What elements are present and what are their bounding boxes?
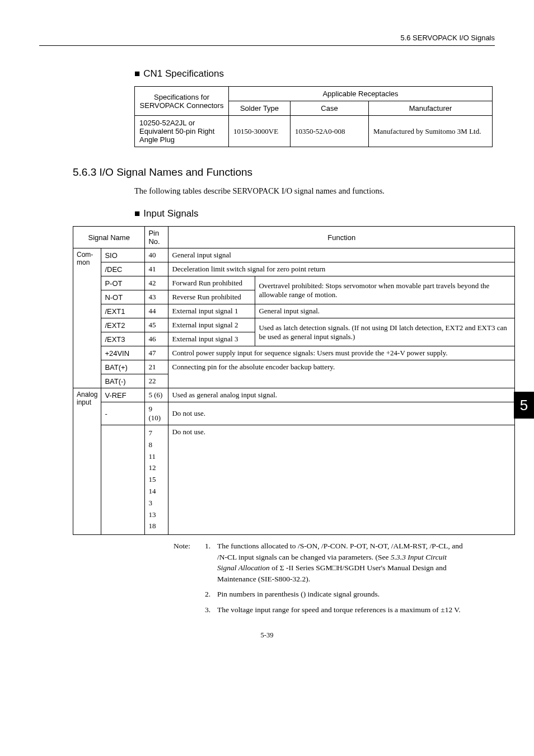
table-cell: 9 (10) (145, 402, 168, 425)
spec-cell: 10350-52A0-008 (291, 116, 369, 147)
para-following: The following tables describe SERVOPACK … (134, 186, 495, 196)
table-cell: 47 (145, 346, 168, 360)
spec-h-connectors: Specifications for SERVOPACK Connectors (135, 87, 229, 116)
table-cell: 42 (145, 276, 168, 290)
table-cell: +24VIN (101, 346, 145, 360)
table-cell: V-REF (101, 388, 145, 402)
heading-input-signals-text: Input Signals (143, 208, 198, 219)
table-cell: Used as latch detection signals. (If not… (255, 318, 515, 346)
table-cell: 43 (145, 290, 168, 304)
heading-input-signals: ■Input Signals (134, 208, 495, 219)
table-cell: External input signal 1 (168, 304, 255, 318)
page-header-right: 5.6 SERVOPACK I/O Signals (39, 34, 495, 42)
table-cell (101, 425, 145, 535)
table-cell: 7 8 11 12 15 14 3 13 18 (145, 425, 168, 535)
spec-table: Specifications for SERVOPACK Connectors … (134, 86, 493, 147)
table-cell: Control power supply input for sequence … (168, 346, 515, 360)
table-cell: /EXT2 (101, 318, 145, 332)
table-cell: BAT(+) (101, 360, 145, 374)
table-cell: Overtravel prohibited: Stops servomotor … (255, 276, 515, 304)
note-lead: Note: (174, 541, 205, 584)
table-cell: BAT(-) (101, 374, 145, 388)
table-cell: 41 (145, 262, 168, 276)
note-text: The functions allocated to /S-ON, /P-CON… (217, 541, 465, 584)
table-cell: General input signal. (255, 304, 515, 318)
io-cat-common: Com-mon (73, 248, 101, 388)
chapter-tab: 5 (514, 392, 534, 419)
table-cell: SIO (101, 248, 145, 262)
table-cell: /EXT3 (101, 332, 145, 346)
io-cat-analog: Analog input (73, 388, 101, 535)
bullet-square-icon: ■ (134, 208, 140, 219)
table-cell: External input signal 2 (168, 318, 255, 332)
spec-h-case: Case (291, 101, 369, 116)
table-cell: Used as general analog input signal. (168, 388, 515, 402)
io-h-pin: Pin No. (145, 227, 168, 248)
table-cell: External input signal 3 (168, 332, 255, 346)
table-cell: /EXT1 (101, 304, 145, 318)
table-cell: 22 (145, 374, 168, 388)
table-cell: N-OT (101, 290, 145, 304)
table-cell: 40 (145, 248, 168, 262)
spec-cell: Manufactured by Sumitomo 3M Ltd. (369, 116, 493, 147)
table-cell: P-OT (101, 276, 145, 290)
heading-cn1-text: CN1 Specifications (143, 68, 224, 79)
table-cell: 5 (6) (145, 388, 168, 402)
header-rule (39, 45, 495, 46)
spec-cell: 10150-3000VE (229, 116, 291, 147)
table-cell: 46 (145, 332, 168, 346)
table-cell: 21 (145, 360, 168, 374)
note-text: Pin numbers in parenthesis () indicate s… (217, 589, 465, 600)
table-cell: Connecting pin for the absolute encoder … (168, 360, 515, 388)
note-number: 1. (205, 541, 217, 584)
spec-h-solder: Solder Type (229, 101, 291, 116)
heading-cn1: ■CN1 Specifications (134, 68, 495, 79)
io-h-signal: Signal Name (73, 227, 145, 248)
table-cell: Do not use. (168, 402, 515, 425)
heading-563: 5.6.3 I/O Signal Names and Functions (73, 166, 495, 179)
bullet-square-icon: ■ (134, 68, 140, 79)
table-cell: General input signal (168, 248, 515, 262)
table-cell: - (101, 402, 145, 425)
table-cell: Reverse Run prohibited (168, 290, 255, 304)
table-cell: Do not use. (168, 425, 515, 535)
io-table: Signal Name Pin No. Function Com-mon SIO… (73, 226, 515, 535)
io-h-func: Function (168, 227, 515, 248)
note-text: The voltage input range for speed and to… (217, 604, 465, 616)
note-number: 2. (205, 589, 217, 600)
table-cell: 45 (145, 318, 168, 332)
notes: Note: 1. The functions allocated to /S-O… (174, 541, 465, 615)
spec-h-applicable: Applicable Receptacles (229, 87, 493, 101)
note-number: 3. (205, 604, 217, 616)
table-cell: 44 (145, 304, 168, 318)
table-cell: Forward Run prohibited (168, 276, 255, 290)
table-cell: /DEC (101, 262, 145, 276)
spec-cell: 10250-52A2JL or Equivalent 50-pin Right … (135, 116, 229, 147)
page-number: 5-39 (39, 631, 495, 640)
table-cell: Deceleration limit switch signal for zer… (168, 262, 515, 276)
spec-h-manuf: Manufacturer (369, 101, 493, 116)
